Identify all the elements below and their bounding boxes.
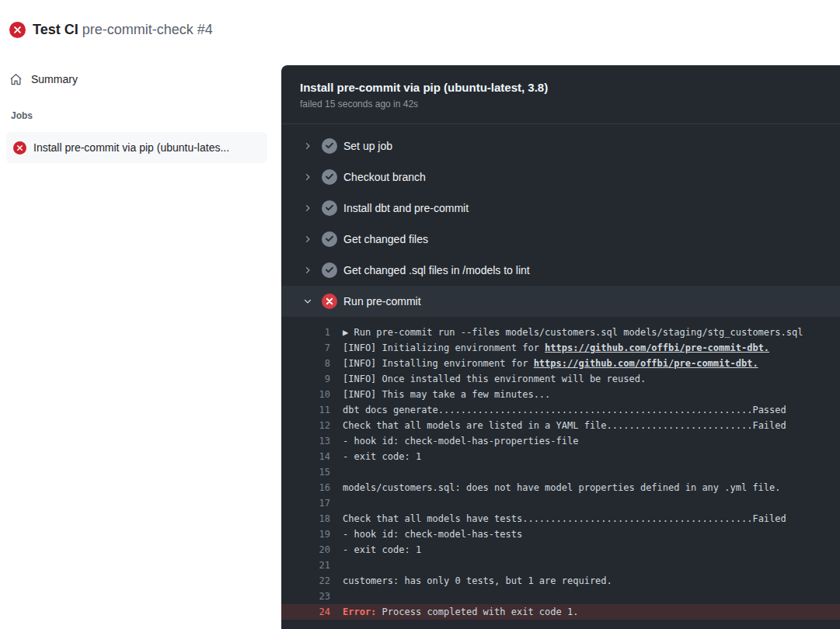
log-line-number[interactable]: 7 [281,342,330,353]
log-link[interactable]: https://github.com/offbi/pre-commit-dbt. [534,358,758,369]
check-circle-success-icon [322,200,337,216]
sidebar-job-label: Install pre-commit via pip (ubuntu-lates… [33,141,229,154]
log-text-segment: customers: has only 0 tests, but 1 are r… [343,575,612,586]
log-line: 7[INFO] Initializing environment for htt… [281,340,840,356]
chevron-right-icon [303,266,312,275]
sidebar-item-summary[interactable]: Summary [0,65,281,93]
job-panel: Install pre-commit via pip (ubuntu-lates… [281,65,840,629]
log-text-segment: .......................... [607,420,753,431]
jobs-heading: Jobs [0,110,281,121]
log-line-number[interactable]: 12 [281,420,330,431]
step-label: Get changed files [343,233,428,245]
job-status-line: failed 15 seconds ago in 42s [300,99,821,109]
check-circle-success-icon [322,231,337,247]
step-row[interactable]: Checkout branch [281,162,840,193]
log-line-number[interactable]: 14 [281,451,330,462]
log-line-number[interactable]: 17 [281,498,330,509]
check-circle-success-icon [322,262,337,278]
log-line: 9[INFO] Once installed this environment … [281,371,840,387]
log-line-text: Error: Process completed with exit code … [343,606,578,617]
log-text-segment: ▶ Run pre-commit run --files models/cust… [343,327,803,338]
log-line: 21 [281,558,840,573]
log-line-text: [INFO] Once installed this environment w… [343,374,646,384]
log-line-number[interactable]: 24 [281,606,330,617]
log-line-number[interactable]: 1 [281,327,330,338]
log-line: 12Check that all models are listed in a … [281,418,840,433]
log-line-text: Check that all models have tests........… [343,513,786,524]
check-circle-success-icon [322,138,337,154]
log-text-segment: - exit code: 1 [343,451,421,462]
log-text-segment: ........................................… [438,405,753,415]
log-text-segment: [INFO] Once installed this environment w… [343,374,646,384]
step-row[interactable]: Get changed .sql files in /models to lin… [281,255,840,286]
step-row[interactable]: Get changed files [281,224,840,255]
step-row[interactable]: Set up job [281,130,840,162]
home-icon [9,73,23,86]
log-line-number[interactable]: 15 [281,467,330,478]
log-line-number[interactable]: 21 [281,560,330,571]
log-text-segment: ........................................… [522,513,752,524]
log-text-segment: - exit code: 1 [343,544,421,555]
log-line: 22customers: has only 0 tests, but 1 are… [281,573,840,589]
chevron-right-icon [303,172,312,182]
log-line-text: [INFO] This may take a few minutes... [343,389,550,400]
step-row[interactable]: Install dbt and pre-commit [281,193,840,224]
log-text-segment: [INFO] This may take a few minutes... [343,389,550,400]
log-line-text: ▶ Run pre-commit run --files models/cust… [343,327,803,338]
chevron-right-icon [303,203,312,213]
log-text-segment: Passed [752,405,786,415]
log-text-segment: Failed [752,420,786,431]
log-line: 1▶ Run pre-commit run --files models/cus… [281,325,840,340]
log-line-text: - hook id: check-model-has-properties-fi… [343,436,578,447]
run-header: Test CI pre-commit-check #4 [9,20,213,39]
log-line-text: dbt docs generate.......................… [343,405,786,415]
log-text-segment: Error: [343,606,382,617]
chevron-right-icon [303,141,312,151]
log-text-segment: [INFO] Installing environment for [343,358,534,369]
log-line-number[interactable]: 16 [281,482,330,493]
log-line-text: customers: has only 0 tests, but 1 are r… [343,575,612,586]
log-line: 19- hook id: check-model-has-tests [281,526,840,542]
run-name: pre-commit-check #4 [82,22,213,37]
step-label: Set up job [343,140,392,152]
log-text-segment: Process completed with exit code 1. [382,606,579,617]
check-circle-success-icon [322,169,337,185]
log-line-text: Check that all models are listed in a YA… [343,420,786,431]
log-line-number[interactable]: 8 [281,358,330,369]
step-row[interactable]: Run pre-commit [281,286,840,317]
log-line-number[interactable]: 20 [281,544,330,555]
log-line-number[interactable]: 22 [281,575,330,586]
log-line-text: models/customers.sql: does not have mode… [343,482,781,493]
log-text-segment: Failed [752,513,786,524]
log-line-number[interactable]: 13 [281,436,330,447]
chevron-down-icon [303,297,312,306]
log-line-text: [INFO] Initializing environment for http… [343,342,769,353]
log-line-number[interactable]: 9 [281,374,330,384]
step-label: Get changed .sql files in /models to lin… [343,264,530,276]
log-text-segment: Check that all models have tests [343,513,522,524]
log-line-number[interactable]: 18 [281,513,330,524]
log-line-text: - hook id: check-model-has-tests [343,529,522,540]
log-line-number[interactable]: 10 [281,389,330,400]
page-title: Test CI pre-commit-check #4 [33,20,213,39]
log-line-number[interactable]: 19 [281,529,330,540]
log-line: 14- exit code: 1 [281,449,840,464]
x-circle-failed-icon [9,22,26,38]
log-output: 1▶ Run pre-commit run --files models/cus… [281,317,840,620]
workflow-name: Test CI [33,22,78,37]
log-text-segment: Check that all models are listed in a YA… [343,420,607,431]
log-line: 13- hook id: check-model-has-properties-… [281,433,840,449]
log-line: 16models/customers.sql: does not have mo… [281,480,840,495]
log-line: 11dbt docs generate.....................… [281,402,840,418]
sidebar-item-job[interactable]: Install pre-commit via pip (ubuntu-lates… [6,132,267,163]
log-link[interactable]: https://github.com/offbi/pre-commit-dbt. [545,342,769,353]
log-line-number[interactable]: 23 [281,591,330,602]
log-line: 15 [281,464,840,480]
log-line: 20- exit code: 1 [281,542,840,558]
workflow-run-page: Test CI pre-commit-check #4 Summary Jobs… [0,0,840,629]
log-line-number[interactable]: 11 [281,405,330,415]
job-title: Install pre-commit via pip (ubuntu-lates… [300,80,821,95]
x-circle-failed-icon [13,141,26,155]
log-line: 24Error: Process completed with exit cod… [281,604,840,620]
log-line: 17 [281,495,840,511]
